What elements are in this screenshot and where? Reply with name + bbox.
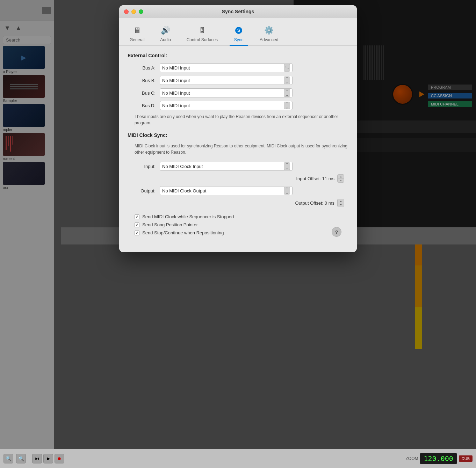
external-control-title: External Control: — [128, 53, 348, 58]
send-midi-clock-checkbox[interactable] — [135, 214, 139, 219]
zoom-in-btn[interactable]: 🔍 — [16, 454, 26, 463]
dub-label: DUB — [459, 455, 473, 462]
bus-c-arrow[interactable]: ⌃⌄ — [284, 89, 290, 97]
maximize-button[interactable] — [139, 9, 143, 14]
stepper-up-btn-2[interactable]: ▲ — [338, 199, 344, 203]
window-controls — [124, 9, 143, 14]
input-offset-stepper[interactable]: ▲ ▼ — [337, 174, 344, 183]
bus-c-row: Bus C: No MIDI input ⌃⌄ — [128, 88, 348, 97]
bus-d-arrow[interactable]: ⌃⌄ — [284, 102, 290, 109]
stepper-arrows-2[interactable]: ▲ ▼ — [338, 199, 344, 207]
clock-output-dropdown[interactable]: No MIDI Clock Output ⌃⌄ — [160, 186, 293, 195]
tab-general[interactable]: 🖥 General — [126, 23, 148, 46]
clock-input-row: Input: No MIDI Clock Input ⌃⌄ — [128, 162, 348, 171]
input-offset-row: Input Offset: 11 ms ▲ ▼ — [128, 174, 348, 183]
advanced-icon: ⚙️ — [264, 25, 275, 36]
rewind-btn[interactable]: ⏮ — [32, 454, 42, 463]
minimize-button[interactable] — [131, 9, 136, 14]
output-offset-label: Output Offset: 0 ms — [295, 200, 334, 206]
clock-output-arrow[interactable]: ⌃⌄ — [284, 187, 290, 195]
bus-a-dropdown[interactable]: No MIDI input ⌃ ⌄ — [160, 63, 293, 72]
tab-audio-label: Audio — [160, 37, 171, 42]
audio-icon: 🔊 — [160, 25, 171, 36]
modal-overlay: Sync Settings 🖥 General 🔊 Audio 🎛 Contro… — [0, 0, 476, 468]
tab-advanced[interactable]: ⚙️ Advanced — [256, 23, 282, 46]
clock-output-row: Output: No MIDI Clock Output ⌃⌄ — [128, 186, 348, 195]
transport-bar: 🔍 🔍 ⏮ ▶ ⏺ ZOOM 120.000 DUB — [0, 449, 476, 468]
stepper-down-btn[interactable]: ▼ — [338, 179, 344, 183]
tab-sync-label: Sync — [234, 37, 244, 42]
bus-c-dropdown[interactable]: No MIDI input ⌃⌄ — [160, 88, 293, 97]
bus-b-label: Bus B: — [135, 78, 156, 83]
modal-title: Sync Settings — [222, 9, 254, 14]
tab-general-label: General — [130, 37, 145, 42]
send-stop-continue-checkbox[interactable] — [135, 231, 139, 235]
arrow-up-icon: ⌃ — [284, 66, 287, 70]
send-stop-continue-label: Send Stop/Continue when Repositioning — [142, 230, 224, 235]
control-surfaces-icon: 🎛 — [196, 25, 208, 36]
bus-d-value: No MIDI input — [162, 103, 190, 108]
bus-a-arrow[interactable]: ⌃ ⌄ — [284, 64, 290, 72]
clock-input-arrow[interactable]: ⌃⌄ — [284, 162, 290, 170]
bus-c-value: No MIDI input — [162, 90, 190, 96]
bus-d-row: Bus D: No MIDI input ⌃⌄ — [128, 101, 348, 110]
tab-control-surfaces-label: Control Surfaces — [187, 37, 218, 42]
checkbox-row-1: Send MIDI Clock while Sequencer is Stopp… — [128, 214, 348, 219]
general-icon: 🖥 — [131, 25, 143, 36]
checkbox-row-2: Send Song Position Pointer — [128, 222, 348, 227]
stepper-arrows[interactable]: ▲ ▼ — [338, 175, 344, 182]
clock-input-dropdown[interactable]: No MIDI Clock Input ⌃⌄ — [160, 162, 293, 171]
transport-controls: ⏮ ▶ ⏺ — [32, 454, 64, 463]
bus-b-arrow[interactable]: ⌃⌄ — [284, 76, 290, 84]
bus-d-label: Bus D: — [135, 103, 156, 108]
midi-clock-info: MIDI Clock input is used for synchronizi… — [128, 143, 348, 155]
play-btn[interactable]: ▶ — [43, 454, 53, 463]
checkbox-row-3: Send Stop/Continue when Repositioning — [128, 230, 348, 235]
bus-b-value: No MIDI input — [162, 78, 190, 83]
sync-settings-dialog: Sync Settings 🖥 General 🔊 Audio 🎛 Contro… — [119, 5, 357, 252]
sync-icon: S — [233, 25, 244, 36]
tab-audio[interactable]: 🔊 Audio — [157, 23, 175, 46]
bpm-display: 120.000 — [420, 453, 456, 464]
stepper-down-btn-2[interactable]: ▼ — [338, 203, 344, 207]
output-offset-row: Output Offset: 0 ms ▲ ▼ — [128, 199, 348, 207]
svg-text:S: S — [237, 28, 240, 33]
bus-a-value: No MIDI input — [162, 65, 190, 71]
zoom-out-btn[interactable]: 🔍 — [3, 454, 13, 463]
external-control-info: These inputs are only used when you want… — [128, 114, 348, 126]
tab-control-surfaces[interactable]: 🎛 Control Surfaces — [183, 23, 221, 46]
clock-output-value: No MIDI Clock Output — [162, 188, 206, 193]
bus-a-label: Bus A: — [135, 65, 156, 71]
input-offset-label: Input Offset: 11 ms — [296, 176, 334, 181]
bus-a-row: Bus A: No MIDI input ⌃ ⌄ — [128, 63, 348, 72]
tab-sync[interactable]: S Sync — [230, 23, 248, 46]
modal-titlebar: Sync Settings — [119, 5, 357, 18]
checkboxes-section: Send MIDI Clock while Sequencer is Stopp… — [128, 214, 348, 244]
midi-clock-title: MIDI Clock Sync: — [128, 132, 348, 138]
bus-b-dropdown[interactable]: No MIDI input ⌃⌄ — [160, 76, 293, 85]
arrow-down-icon: ⌄ — [287, 66, 290, 70]
bpm-section: ZOOM 120.000 DUB — [405, 453, 473, 464]
clock-input-label: Input: — [135, 164, 156, 169]
send-song-position-label: Send Song Position Pointer — [142, 222, 198, 227]
bus-d-dropdown[interactable]: No MIDI input ⌃⌄ — [160, 101, 293, 110]
bus-b-row: Bus B: No MIDI input ⌃⌄ — [128, 76, 348, 85]
send-midi-clock-label: Send MIDI Clock while Sequencer is Stopp… — [142, 214, 234, 219]
stepper-up-btn[interactable]: ▲ — [338, 175, 344, 179]
close-button[interactable] — [124, 9, 129, 14]
clock-output-label: Output: — [135, 188, 156, 193]
modal-content: External Control: Bus A: No MIDI input ⌃… — [119, 46, 357, 252]
help-button[interactable]: ? — [332, 227, 341, 237]
tab-advanced-label: Advanced — [260, 37, 278, 42]
tab-bar: 🖥 General 🔊 Audio 🎛 Control Surfaces S S… — [119, 18, 357, 46]
bpm-label: ZOOM — [405, 456, 418, 461]
bus-c-label: Bus C: — [135, 90, 156, 96]
output-offset-stepper[interactable]: ▲ ▼ — [337, 199, 344, 207]
send-song-position-checkbox[interactable] — [135, 222, 139, 227]
clock-input-value: No MIDI Clock Input — [162, 164, 203, 169]
record-btn[interactable]: ⏺ — [55, 454, 64, 463]
